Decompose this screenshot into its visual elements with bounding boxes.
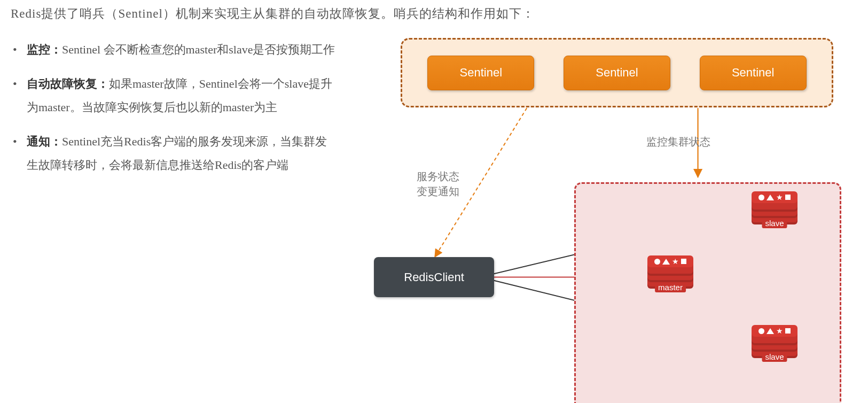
sentinel-node: Sentinel [700, 56, 807, 90]
bullet-body: Sentinel 会不断检查您的master和slave是否按预期工作 [62, 43, 335, 56]
bullet-body: Sentinel充当Redis客户端的服务发现来源，当集群发生故障转移时，会将最… [27, 135, 327, 172]
label-service-change: 服务状态 变更通知 [411, 169, 465, 199]
bullet-item: 监控：Sentinel 会不断检查您的master和slave是否按预期工作 [11, 38, 337, 61]
main-layout: 监控：Sentinel 会不断检查您的master和slave是否按预期工作 自… [11, 38, 857, 403]
bullet-title: 通知： [27, 135, 62, 148]
redis-cluster-box [574, 182, 841, 403]
bullet-title: 监控： [27, 43, 62, 56]
bullet-list: 监控：Sentinel 会不断检查您的master和slave是否按预期工作 自… [11, 38, 337, 177]
sentinel-node: Sentinel [564, 56, 670, 90]
bullet-item: 自动故障恢复：如果master故障，Sentinel会将一个slave提升为ma… [11, 72, 337, 119]
bullet-item: 通知：Sentinel充当Redis客户端的服务发现来源，当集群发生故障转移时，… [11, 130, 337, 177]
bullet-title: 自动故障恢复： [27, 77, 109, 90]
node-label: master [655, 282, 686, 292]
node-label: slave [762, 352, 787, 362]
diagram-area: Sentinel Sentinel Sentinel 服务状态 变更通知 监控集… [347, 38, 857, 403]
sentinel-node: Sentinel [427, 56, 534, 90]
redis-slave-node: ★ slave [748, 196, 801, 230]
redis-master-node: ★ master [644, 260, 697, 294]
label-monitor: 监控集群状态 [625, 134, 732, 149]
text-column: 监控：Sentinel 会不断检查您的master和slave是否按预期工作 自… [11, 38, 337, 403]
redis-slave-node: ★ slave [748, 329, 801, 363]
node-label: slave [762, 218, 787, 228]
intro-text: Redis提供了哨兵（Sentinel）机制来实现主从集群的自动故障恢复。哨兵的… [11, 5, 857, 22]
redis-client-node: RedisClient [374, 257, 494, 297]
sentinel-cluster-box: Sentinel Sentinel Sentinel [401, 38, 833, 107]
